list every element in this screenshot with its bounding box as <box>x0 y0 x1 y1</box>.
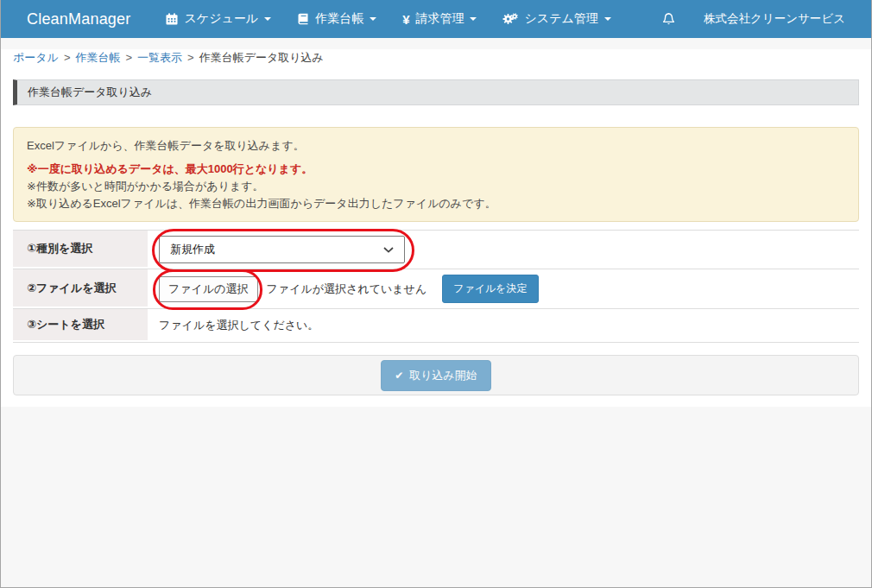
navbar: CleanManager スケジュール <box>1 0 871 38</box>
bell-icon <box>661 11 676 27</box>
main-menu: スケジュール 作業台帳 ¥ 請求管理 <box>153 0 623 38</box>
breadcrumb-link-list-view[interactable]: 一覧表示 <box>137 51 182 64</box>
navbar-right: 株式会社クリーンサービス <box>653 11 845 27</box>
file-select-button[interactable]: ファイルの選択 <box>159 276 258 302</box>
menu-item-schedule[interactable]: スケジュール <box>153 0 284 38</box>
form-label: ②ファイルを選択 <box>13 269 148 308</box>
file-confirm-button[interactable]: ファイルを決定 <box>442 275 538 303</box>
sheet-hint-text: ファイルを選択してください。 <box>159 318 319 333</box>
type-select[interactable]: 新規作成 <box>159 236 405 263</box>
calendar-icon <box>166 13 178 25</box>
gears-icon <box>502 13 518 25</box>
form-row-type: ①種別を選択 新規作成 <box>13 231 859 269</box>
breadcrumb-separator: > <box>126 51 133 64</box>
content-area: ポータル>作業台帳>一覧表示>作業台帳データ取り込み 作業台帳データ取り込み E… <box>1 49 871 407</box>
company-name[interactable]: 株式会社クリーンサービス <box>704 11 845 27</box>
chevron-down-icon <box>470 17 477 21</box>
chevron-down-icon <box>264 17 271 21</box>
form-row-file: ②ファイルを選択 ファイルの選択 ファイルが選択されていません ファイルを決定 <box>13 269 859 309</box>
info-warning: ※一度に取り込めるデータは、最大1000行となります。 <box>27 161 845 178</box>
form-label: ①種別を選択 <box>13 231 148 269</box>
info-note: ※件数が多いと時間がかかる場合があります。 <box>27 178 845 195</box>
form-label: ③シートを選択 <box>13 309 148 342</box>
book-icon <box>297 13 309 25</box>
breadcrumb-separator: > <box>64 51 71 64</box>
chevron-down-icon <box>604 17 611 21</box>
menu-label: スケジュール <box>184 11 258 27</box>
import-start-label: 取り込み開始 <box>409 368 477 383</box>
info-description: Excelファイルから、作業台帳データを取り込みます。 <box>27 137 845 155</box>
menu-label: 請求管理 <box>415 11 464 27</box>
import-start-button[interactable]: ✔ 取り込み開始 <box>381 360 491 391</box>
menu-item-system-admin[interactable]: システム管理 <box>490 0 623 38</box>
info-note: ※取り込めるExcelファイルは、作業台帳の出力画面からデータ出力したファイルの… <box>27 195 845 212</box>
yen-icon: ¥ <box>402 13 409 26</box>
chevron-down-icon <box>370 17 376 21</box>
breadcrumb-link-work-ledger[interactable]: 作業台帳 <box>76 51 121 64</box>
type-select-value: 新規作成 <box>170 242 215 257</box>
menu-item-billing[interactable]: ¥ 請求管理 <box>389 0 490 38</box>
info-box: Excelファイルから、作業台帳データを取り込みます。 ※一度に取り込めるデータ… <box>13 127 859 222</box>
file-status-text: ファイルが選択されていません <box>267 281 427 297</box>
breadcrumb: ポータル>作業台帳>一覧表示>作業台帳データ取り込み <box>13 49 859 66</box>
breadcrumb-link-portal[interactable]: ポータル <box>13 51 59 64</box>
menu-label: 作業台帳 <box>315 11 363 27</box>
page-title: 作業台帳データ取り込み <box>28 85 152 100</box>
menu-item-work-ledger[interactable]: 作業台帳 <box>284 0 389 38</box>
browser-page: CleanManager スケジュール <box>0 0 872 588</box>
chevron-down-icon <box>383 247 394 253</box>
import-form: ①種別を選択 新規作成 ②ファイルを選択 ファイルの選択 ファイルが選択されてい… <box>13 230 859 343</box>
breadcrumb-current: 作業台帳データ取り込み <box>199 51 324 64</box>
breadcrumb-separator: > <box>187 51 194 64</box>
brand-logo[interactable]: CleanManager <box>27 10 130 28</box>
footer-panel: ✔ 取り込み開始 <box>13 355 859 395</box>
notifications-button[interactable] <box>653 11 685 27</box>
menu-label: システム管理 <box>524 11 597 27</box>
check-icon: ✔ <box>395 370 403 382</box>
page-title-panel: 作業台帳データ取り込み <box>13 79 859 105</box>
form-row-sheet: ③シートを選択 ファイルを選択してください。 <box>13 309 859 343</box>
